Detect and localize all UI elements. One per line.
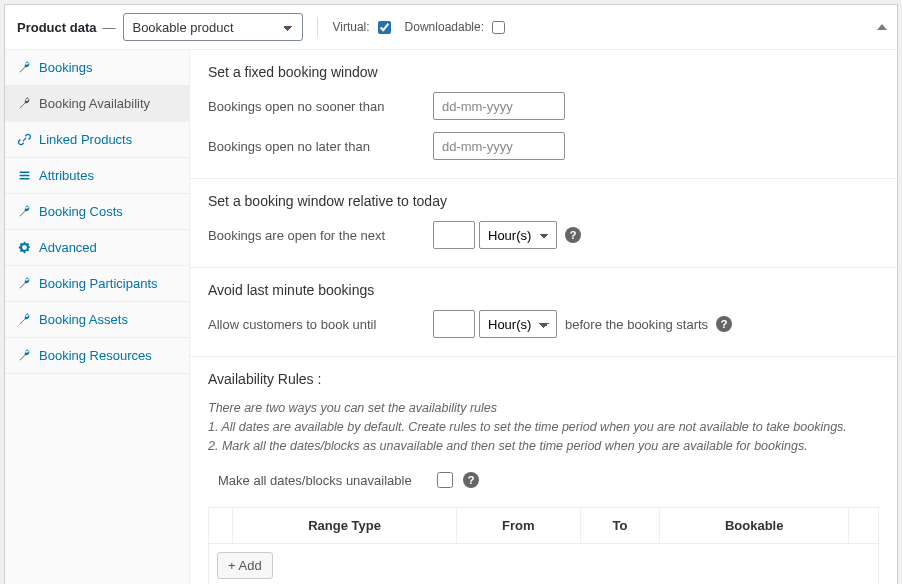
section-availability-rules: Availability Rules : There are two ways … bbox=[190, 357, 897, 584]
open-next-value-input[interactable] bbox=[433, 221, 475, 249]
allow-until-suffix: before the booking starts bbox=[565, 317, 708, 332]
sidebar-item-attributes[interactable]: Attributes bbox=[5, 158, 189, 194]
availability-rules-table: Range Type From To Bookable + Add bbox=[208, 507, 879, 584]
allow-until-value-input[interactable] bbox=[433, 310, 475, 338]
rules-description: There are two ways you can set the avail… bbox=[208, 399, 879, 455]
sidebar-item-label: Booking Costs bbox=[39, 204, 123, 219]
row-sooner: Bookings open no sooner than bbox=[208, 92, 879, 120]
open-next-label: Bookings are open for the next bbox=[208, 228, 433, 243]
title-dash: — bbox=[102, 20, 115, 35]
sidebar-item-linked[interactable]: Linked Products bbox=[5, 122, 189, 158]
collapse-toggle-icon[interactable] bbox=[877, 24, 887, 30]
downloadable-label: Downloadable: bbox=[405, 20, 484, 34]
sidebar-item-label: Booking Availability bbox=[39, 96, 150, 111]
rules-desc-line1: 1. All dates are available by default. C… bbox=[208, 420, 847, 434]
sooner-date-input[interactable] bbox=[433, 92, 565, 120]
rules-desc-intro: There are two ways you can set the avail… bbox=[208, 401, 497, 415]
product-data-panel: Product data — Bookable product Virtual:… bbox=[4, 4, 898, 584]
help-icon[interactable]: ? bbox=[463, 472, 479, 488]
sidebar-item-label: Linked Products bbox=[39, 132, 132, 147]
sidebar-item-label: Booking Participants bbox=[39, 276, 158, 291]
sidebar-item-label: Attributes bbox=[39, 168, 94, 183]
make-unavailable-checkbox[interactable] bbox=[437, 472, 453, 488]
list-icon bbox=[17, 169, 31, 183]
section-fixed-window: Set a fixed booking window Bookings open… bbox=[190, 50, 897, 179]
panel-title: Product data bbox=[17, 20, 96, 35]
wrench-icon bbox=[17, 349, 31, 363]
sidebar-item-label: Booking Resources bbox=[39, 348, 152, 363]
make-unavailable-label: Make all dates/blocks unavailable bbox=[218, 473, 433, 488]
wrench-icon bbox=[17, 313, 31, 327]
sidebar: BookingsBooking AvailabilityLinked Produ… bbox=[5, 50, 190, 584]
allow-until-label: Allow customers to book until bbox=[208, 317, 433, 332]
panel-header: Product data — Bookable product Virtual:… bbox=[5, 5, 897, 50]
add-rule-button[interactable]: + Add bbox=[217, 552, 273, 579]
row-open-next: Bookings are open for the next Hour(s) ? bbox=[208, 221, 879, 249]
later-label: Bookings open no later than bbox=[208, 139, 433, 154]
sidebar-item-label: Bookings bbox=[39, 60, 92, 75]
sidebar-item-assets[interactable]: Booking Assets bbox=[5, 302, 189, 338]
col-actions bbox=[849, 508, 879, 544]
panel-body: BookingsBooking AvailabilityLinked Produ… bbox=[5, 50, 897, 584]
row-make-unavailable: Make all dates/blocks unavailable ? bbox=[208, 469, 879, 491]
virtual-checkbox[interactable] bbox=[378, 21, 391, 34]
sooner-label: Bookings open no sooner than bbox=[208, 99, 433, 114]
help-icon[interactable]: ? bbox=[565, 227, 581, 243]
open-next-unit-select[interactable]: Hour(s) bbox=[479, 221, 557, 249]
sidebar-item-costs[interactable]: Booking Costs bbox=[5, 194, 189, 230]
section-title: Set a fixed booking window bbox=[208, 64, 879, 80]
wrench-icon bbox=[17, 205, 31, 219]
col-bookable: Bookable bbox=[660, 508, 849, 544]
section-title: Set a booking window relative to today bbox=[208, 193, 879, 209]
content-area: Set a fixed booking window Bookings open… bbox=[190, 50, 897, 584]
section-last-minute: Avoid last minute bookings Allow custome… bbox=[190, 268, 897, 357]
sidebar-item-availability[interactable]: Booking Availability bbox=[5, 86, 189, 122]
col-from: From bbox=[457, 508, 581, 544]
col-to: To bbox=[580, 508, 660, 544]
sidebar-item-advanced[interactable]: Advanced bbox=[5, 230, 189, 266]
virtual-label: Virtual: bbox=[332, 20, 369, 34]
later-date-input[interactable] bbox=[433, 132, 565, 160]
row-allow-until: Allow customers to book until Hour(s) be… bbox=[208, 310, 879, 338]
section-title: Avoid last minute bookings bbox=[208, 282, 879, 298]
wrench-icon bbox=[17, 277, 31, 291]
sidebar-item-label: Booking Assets bbox=[39, 312, 128, 327]
gear-icon bbox=[17, 241, 31, 255]
sidebar-item-bookings[interactable]: Bookings bbox=[5, 50, 189, 86]
add-row-cell: + Add bbox=[209, 544, 879, 584]
link-icon bbox=[17, 133, 31, 147]
col-range-type: Range Type bbox=[233, 508, 457, 544]
help-icon[interactable]: ? bbox=[716, 316, 732, 332]
row-later: Bookings open no later than bbox=[208, 132, 879, 160]
sidebar-item-resources[interactable]: Booking Resources bbox=[5, 338, 189, 374]
header-divider bbox=[317, 17, 318, 37]
wrench-icon bbox=[17, 61, 31, 75]
rules-desc-line2: 2. Mark all the dates/blocks as unavaila… bbox=[208, 439, 808, 453]
section-relative-window: Set a booking window relative to today B… bbox=[190, 179, 897, 268]
product-type-select[interactable]: Bookable product bbox=[123, 13, 303, 41]
downloadable-checkbox[interactable] bbox=[492, 21, 505, 34]
col-handle bbox=[209, 508, 233, 544]
sidebar-item-participants[interactable]: Booking Participants bbox=[5, 266, 189, 302]
section-title: Availability Rules : bbox=[208, 371, 879, 387]
sidebar-item-label: Advanced bbox=[39, 240, 97, 255]
wrench-icon bbox=[17, 97, 31, 111]
allow-until-unit-select[interactable]: Hour(s) bbox=[479, 310, 557, 338]
